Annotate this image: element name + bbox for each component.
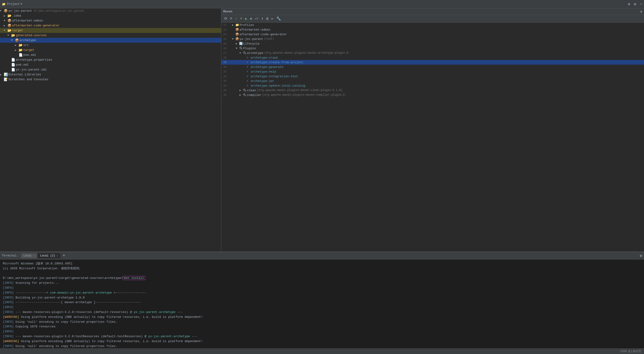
tree-item-external-libs[interactable]: ▶ 📊 External Libraries bbox=[0, 72, 221, 77]
maven-run-btn[interactable]: ▶ bbox=[244, 16, 248, 22]
line-num: 24 bbox=[221, 38, 228, 40]
maven-row-archetype-plugin[interactable]: 27 ▼ 🔌 archetype (org.apache.maven.plugi… bbox=[221, 51, 644, 55]
terminal-add-tab-btn[interactable]: + bbox=[61, 253, 67, 258]
item-label: Plugins bbox=[243, 47, 256, 50]
maven-row-clean-plugin[interactable]: 35 ▶ 🔌 clean (org.apache.maven.plugins:m… bbox=[221, 88, 644, 93]
tree-item-src[interactable]: ▶ 📂 src bbox=[0, 43, 221, 48]
maven-wrench-btn[interactable]: 🔧 bbox=[276, 16, 282, 22]
maven-m-btn[interactable]: m bbox=[249, 17, 253, 21]
maven-skip-btn[interactable]: // bbox=[254, 17, 259, 21]
globe-icon[interactable]: ⊕ bbox=[628, 2, 630, 7]
goal-icon: ⚡ bbox=[246, 74, 251, 78]
tree-item-scratches[interactable]: 📝 Scratches and Consoles bbox=[0, 77, 221, 82]
bottom-panel: Terminal: Local ✕ Local (2) ✕ + ⚙ Micros… bbox=[0, 252, 644, 348]
cmd-text: mvn install bbox=[123, 276, 145, 280]
project-tree: ▼ 📦 yx-jxc-parent D:\dev_workspace\yx-jx… bbox=[0, 9, 221, 252]
line-num: 21 bbox=[221, 24, 228, 26]
terminal-settings-icon[interactable]: ⚙ bbox=[640, 253, 642, 258]
settings-icon[interactable]: ⚙ bbox=[634, 2, 636, 7]
tree-item-idea[interactable]: ▶ 📂 .idea bbox=[0, 13, 221, 18]
maven-row-lifecycle[interactable]: 25 ▶ 🔄 Lifecycle bbox=[221, 41, 644, 46]
maven-download-btn[interactable]: ↓ bbox=[234, 16, 238, 21]
tab-local2-close-icon[interactable]: ✕ bbox=[56, 254, 58, 257]
terminal-line-info-2: [INFO] bbox=[3, 286, 641, 290]
item-label: archetype:update-local-catalog bbox=[251, 84, 305, 88]
tree-item-pom-archetype[interactable]: 📄 pom.xml bbox=[0, 53, 221, 57]
item-label: compiler bbox=[247, 93, 262, 97]
folder-icon: 📂 bbox=[8, 29, 12, 33]
terminal-line-warn-1: [WARNING] Using platform encoding (GBK a… bbox=[3, 315, 641, 320]
maven-execute-btn[interactable]: ≣ bbox=[266, 16, 270, 22]
tree-item-aftermarket-admin[interactable]: ▼ 📦 aftermarket-admin bbox=[0, 18, 221, 23]
maven-row-profiles[interactable]: 21 ▶ 📁 Profiles bbox=[221, 23, 644, 27]
tree-item-target-child[interactable]: ▶ 📂 target bbox=[0, 48, 221, 53]
tab-local-label: Local bbox=[23, 254, 32, 257]
plugin-icon: 🔌 bbox=[243, 93, 247, 97]
terminal-line-blank bbox=[3, 271, 641, 276]
tree-item-yx-jxc-parent[interactable]: ▼ 📦 yx-jxc-parent D:\dev_workspace\yx-jx… bbox=[0, 9, 221, 13]
tab-local-close-icon[interactable]: ✕ bbox=[33, 254, 34, 257]
arrow-expand: ▼ bbox=[8, 34, 11, 37]
maven-row-archetype-update-local-catalog[interactable]: 34 ⚡ archetype:update-local-catalog bbox=[221, 83, 644, 88]
module-orange-icon: 📦 bbox=[8, 24, 12, 28]
tab-local2-label: Local (2) bbox=[40, 254, 55, 257]
maven-profiles-btn[interactable]: ≡ bbox=[229, 16, 233, 21]
tree-item-archetype[interactable]: ▼ 📦 archetype bbox=[0, 38, 221, 43]
item-label: Scratches and Consoles bbox=[8, 78, 48, 81]
maven-row-compiler-plugin[interactable]: 36 ▶ 🔌 compiler (org.apache.maven.plugin… bbox=[221, 93, 644, 97]
maven-row-archetype-integration-test[interactable]: 32 ⚡ archetype:integration-test bbox=[221, 74, 644, 79]
item-label: archetype:generate bbox=[251, 65, 283, 69]
scratch-icon: 📝 bbox=[4, 77, 8, 81]
maven-row-archetype-create-from-project[interactable]: 29 ⚡ archetype:create-from-project bbox=[221, 60, 644, 65]
maven-row-archetype-jar[interactable]: 33 ⚡ archetype:jar bbox=[221, 79, 644, 83]
maven-refresh-btn[interactable]: ⟳ bbox=[223, 16, 228, 22]
tree-item-archetype-properties[interactable]: 📄 archetype.properties bbox=[0, 57, 221, 62]
line-num: 32 bbox=[221, 75, 228, 78]
tree-item-iml[interactable]: 📄 yx-jxc-parent.iml bbox=[0, 67, 221, 72]
highlight-text: yx-jxc-parent-archetype bbox=[148, 335, 190, 338]
item-label: Profiles bbox=[240, 23, 254, 27]
maven-row-archetype-help[interactable]: 31 ⚡ archetype:help bbox=[221, 69, 644, 74]
dropdown-arrow[interactable]: ▼ bbox=[21, 3, 22, 5]
info-tag: [INFO] bbox=[3, 301, 14, 304]
maven-row-plugins[interactable]: 26 ▼ 🔌 Plugins bbox=[221, 46, 644, 51]
maven-add-btn[interactable]: + bbox=[239, 16, 243, 21]
tree-item-pom-target[interactable]: 📄 pom.xml bbox=[0, 62, 221, 67]
item-label: archetype:jar bbox=[251, 79, 274, 83]
arrow-expand: ▼ bbox=[4, 19, 8, 22]
maven-row-archetype-generate[interactable]: 30 ⚡ archetype:generate bbox=[221, 65, 644, 69]
status-text: CSDN @上海示范 bbox=[620, 349, 641, 353]
info-tag: [INFO] bbox=[3, 344, 14, 348]
warning-tag: [WARNING] bbox=[3, 315, 19, 319]
maven-row-yx-jxc-parent[interactable]: 24 ▼ 📦 yx-jxc-parent (root) bbox=[221, 37, 644, 41]
terminal-tab-local[interactable]: Local ✕ bbox=[21, 253, 37, 258]
item-label: External Libraries bbox=[8, 73, 41, 76]
maven-toolbar: ⟳ ≡ ↓ + ▶ m // ⬆ ≣ ⇤ 🔧 bbox=[221, 15, 644, 23]
folder-icon: 📂 bbox=[8, 14, 12, 18]
maven-row-archetype-crawl[interactable]: 28 ⚡ archetype:crawl bbox=[221, 55, 644, 60]
info-tag: [INFO] bbox=[3, 291, 14, 294]
terminal-line-2: (c) 2020 Microsoft Corporation. 保留所有权利。 bbox=[3, 266, 641, 271]
maven-collapse-btn[interactable]: ⇤ bbox=[270, 16, 274, 22]
tree-item-target[interactable]: ▼ 📂 target bbox=[0, 28, 221, 33]
folder-icon: 📂 bbox=[19, 43, 23, 47]
terminal-tab-local2[interactable]: Local (2) ✕ bbox=[38, 253, 60, 258]
tree-item-generated-sources[interactable]: ▼ 📂 generated-sources bbox=[0, 33, 221, 38]
info-tag: [INFO] bbox=[3, 296, 14, 299]
info-tag: [INFO] bbox=[3, 286, 14, 290]
info-tag: [INFO] bbox=[3, 330, 14, 333]
lifecycle-icon: 🔄 bbox=[239, 42, 243, 46]
maven-settings-icon[interactable]: ⚙ bbox=[640, 10, 642, 14]
info-tag: [INFO] bbox=[3, 310, 14, 314]
tree-item-aftermarket-code-generator[interactable]: ▶ 📦 aftermarket-code-generator bbox=[0, 23, 221, 28]
terminal-line-info-11: [INFO] --- maven-resources-plugin:3.2.0:… bbox=[3, 334, 641, 339]
item-label: target bbox=[12, 29, 23, 32]
maven-deploy-btn[interactable]: ⬆ bbox=[260, 16, 264, 22]
item-extra: (root) bbox=[264, 37, 274, 41]
item-label: aftermarket-admin bbox=[12, 19, 43, 22]
minimize-icon[interactable]: — bbox=[640, 2, 642, 6]
maven-row-aftermarket-code-gen[interactable]: 23 📦 aftermarket-code-generator bbox=[221, 32, 644, 37]
terminal-line-info-4: [INFO] Building yx-jxc-parent-archetype … bbox=[3, 295, 641, 300]
maven-row-aftermarket-admin[interactable]: 22 📦 aftermarket-admin bbox=[221, 27, 644, 32]
module-icon: 📦 bbox=[235, 33, 240, 36]
